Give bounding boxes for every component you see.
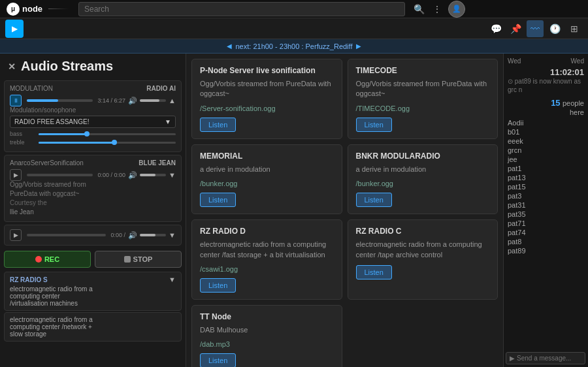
vol-bar-1[interactable] bbox=[140, 99, 166, 102]
stream-play-btn-2[interactable]: ▶ bbox=[10, 169, 22, 181]
treble-thumb[interactable] bbox=[112, 140, 117, 145]
second-nav-icons: 💬 📌 〰 🕐 ⊞ bbox=[487, 20, 583, 37]
bass-thumb[interactable] bbox=[84, 131, 90, 136]
chevron-btn-2[interactable]: ▼ bbox=[169, 171, 176, 179]
main-content: P-Node Server live sonification Ogg/Vorb… bbox=[186, 54, 503, 367]
chat-time: 11:02:01 bbox=[508, 67, 584, 77]
rz-desc2: computing center bbox=[10, 293, 176, 300]
card-rzradioc-listen[interactable]: Listen bbox=[356, 265, 392, 279]
chat-day: Wed bbox=[508, 57, 521, 65]
user-item[interactable]: pat1 bbox=[508, 164, 584, 173]
chevron-btn-1[interactable]: ▲ bbox=[169, 97, 176, 104]
card-bnkr-listen[interactable]: Listen bbox=[356, 193, 392, 207]
card-ttnode-listen[interactable]: Listen bbox=[200, 353, 236, 367]
search-icon-btn[interactable]: 🔍 bbox=[412, 2, 426, 16]
card-timecode-path: /TIMECODE.ogg bbox=[356, 104, 490, 112]
card-rzradioc-title: RZ RADIO C bbox=[356, 227, 490, 236]
user-item[interactable]: jee bbox=[508, 155, 584, 164]
rec-button[interactable]: REC bbox=[4, 251, 91, 268]
volume-icon-3[interactable]: 🔊 bbox=[128, 231, 137, 240]
card-rzradiod-title: RZ RADIO D bbox=[200, 227, 334, 236]
stream-card-2: AnarcoServerSonification BLUE JEAN ▶ 0:0… bbox=[4, 155, 182, 222]
volume-icon-1[interactable]: 🔊 bbox=[128, 97, 137, 105]
bass-label: bass bbox=[10, 131, 36, 137]
chat-input[interactable] bbox=[517, 355, 588, 362]
rz2-desc3: slow storage bbox=[10, 330, 176, 338]
main-layout: ✕ Audio Streams MODULATION RADIO AI ⏸ 3:… bbox=[0, 54, 588, 367]
card-bnkr-desc: a derive in modulation bbox=[356, 165, 490, 174]
rec-dot bbox=[35, 256, 42, 263]
stop-label: STOP bbox=[133, 255, 153, 263]
user-item[interactable]: pat15 bbox=[508, 182, 584, 191]
user-item[interactable]: pat71 bbox=[508, 219, 584, 228]
wave-icon-btn[interactable]: 〰 bbox=[527, 20, 544, 37]
stop-button[interactable]: STOP bbox=[95, 251, 182, 268]
people-count: 15 bbox=[551, 98, 560, 108]
dropdown-1[interactable]: RADIO FREE ASSANGE! ▼ bbox=[10, 116, 176, 128]
ticker-text: next: 21h00 - 23h00 : Perfuzz_Rediff bbox=[236, 42, 353, 50]
card-pnode-title: P-Node Server live sonification bbox=[200, 66, 334, 75]
user-item[interactable]: pat35 bbox=[508, 210, 584, 219]
nav-icons: 🔍 ⋮ 👤 bbox=[405, 1, 472, 18]
rz-chevron-1[interactable]: ▼ bbox=[169, 276, 176, 283]
user-item[interactable]: pat74 bbox=[508, 228, 584, 237]
people-label: people bbox=[563, 99, 584, 107]
user-item[interactable]: grcn bbox=[508, 146, 584, 155]
pin-icon-btn[interactable]: 📌 bbox=[507, 20, 524, 37]
dropdown-chevron-1: ▼ bbox=[165, 118, 171, 125]
card-timecode: TIMECODE Ogg/Vorbis streamed from PureDa… bbox=[348, 59, 498, 139]
history-icon-btn[interactable]: 🕐 bbox=[546, 20, 563, 37]
ticker: ◀ next: 21h00 - 23h00 : Perfuzz_Rediff ▶ bbox=[0, 39, 588, 54]
chat-header: Wed Wed bbox=[508, 57, 584, 65]
progress-bar-3[interactable] bbox=[27, 234, 106, 236]
user-item[interactable]: b01 bbox=[508, 127, 584, 136]
top-nav: μ node 🔍 ⋮ 👤 bbox=[0, 0, 588, 18]
treble-label: treble bbox=[10, 139, 36, 146]
chevron-btn-3[interactable]: ▼ bbox=[169, 231, 176, 239]
user-item[interactable]: Aodii bbox=[508, 118, 584, 127]
stream-card-3: ▶ 0:00 / 🔊 ▼ bbox=[4, 225, 182, 246]
avatar[interactable]: 👤 bbox=[448, 1, 465, 18]
rec-label: REC bbox=[44, 255, 59, 263]
card-ttnode-desc: DAB Mulhouse bbox=[200, 325, 334, 335]
card-pnode-listen[interactable]: Listen bbox=[200, 118, 236, 132]
close-icon[interactable]: ✕ bbox=[8, 61, 16, 72]
volume-icon-2[interactable]: 🔊 bbox=[128, 171, 137, 180]
bass-track[interactable] bbox=[39, 133, 176, 135]
card-rzradioc: RZ RADIO C electromagnetic radio from a … bbox=[348, 219, 498, 300]
user-item[interactable]: pat89 bbox=[508, 246, 584, 255]
logo: μ node bbox=[0, 3, 78, 16]
progress-bar-1[interactable] bbox=[27, 99, 93, 102]
stream-play-btn-3[interactable]: ▶ bbox=[10, 229, 22, 241]
treble-track[interactable] bbox=[39, 142, 176, 144]
search-input[interactable] bbox=[78, 2, 405, 16]
play-button[interactable]: ▶ bbox=[5, 20, 24, 38]
user-item[interactable]: pat31 bbox=[508, 200, 584, 210]
user-item[interactable]: pat3 bbox=[508, 191, 584, 200]
card-memorial-listen[interactable]: Listen bbox=[200, 193, 236, 207]
second-nav: ▶ 💬 📌 〰 🕐 ⊞ bbox=[0, 18, 588, 39]
user-item[interactable]: pat8 bbox=[508, 237, 584, 246]
user-item[interactable]: pat13 bbox=[508, 173, 584, 182]
time-label-2: 0:00 / 0:00 bbox=[98, 172, 126, 178]
card-bnkr-path: /bunker.ogg bbox=[356, 180, 490, 187]
card-rzradiod-listen[interactable]: Listen bbox=[200, 278, 236, 293]
stream-card-1: MODULATION RADIO AI ⏸ 3:14 / 6:27 🔊 ▲ Mo… bbox=[4, 80, 182, 152]
grid-icon-btn[interactable]: ⊞ bbox=[566, 20, 583, 37]
card-bnkr-title: BNKR MODULARADIO bbox=[356, 152, 490, 161]
card-timecode-desc: Ogg/Vorbis streamed from PureData with o… bbox=[356, 79, 490, 99]
card-ttnode: TT Node DAB Mulhouse /dab.mp3 Listen bbox=[191, 305, 342, 367]
stream-label-modulation: MODULATION bbox=[10, 85, 53, 92]
progress-bar-2[interactable] bbox=[27, 174, 93, 176]
ticker-left-arrow[interactable]: ◀ bbox=[227, 42, 232, 50]
menu-icon-btn[interactable]: ⋮ bbox=[430, 2, 444, 16]
vol-bar-2[interactable] bbox=[140, 174, 166, 176]
stream-subdesc-2: PureData with oggcast~ bbox=[10, 190, 176, 197]
ticker-right-arrow[interactable]: ▶ bbox=[356, 42, 361, 50]
chat-icon-btn[interactable]: 💬 bbox=[487, 20, 504, 37]
vol-bar-3[interactable] bbox=[140, 234, 166, 236]
stream-pause-btn-1[interactable]: ⏸ bbox=[10, 95, 22, 106]
stream-desc-1: Modulation/sonophone bbox=[10, 106, 176, 114]
user-item[interactable]: eeek bbox=[508, 136, 584, 146]
card-timecode-listen[interactable]: Listen bbox=[356, 118, 392, 132]
